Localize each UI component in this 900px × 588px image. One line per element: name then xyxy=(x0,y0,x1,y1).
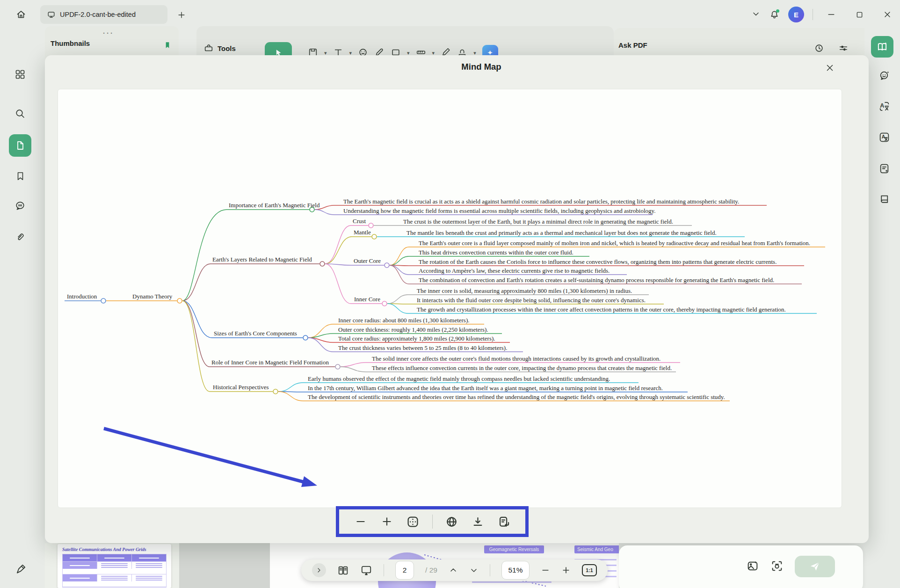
ai-summary-button[interactable] xyxy=(874,159,894,178)
divider xyxy=(813,9,813,20)
chevron-down-icon xyxy=(751,9,761,19)
minus-icon xyxy=(355,515,367,528)
mindmap-modal: Mind Map xyxy=(45,55,869,543)
canvas-gutter xyxy=(179,543,270,588)
ai-chat-button[interactable] xyxy=(874,65,894,85)
download-button[interactable] xyxy=(471,515,485,529)
regenerate-export-button[interactable] xyxy=(497,515,511,529)
translate-page-button[interactable]: A xyxy=(874,127,894,147)
avatar[interactable]: E xyxy=(788,7,804,22)
ask-pdf-input-card[interactable] xyxy=(619,545,863,588)
doc-sparkle-icon xyxy=(878,163,890,174)
doc-return-arrow-icon xyxy=(498,515,510,528)
screenshot-button[interactable] xyxy=(770,559,784,574)
thumbnail-table xyxy=(62,554,167,588)
minimize-icon xyxy=(827,10,836,19)
plus-icon xyxy=(177,10,186,20)
two-page-icon xyxy=(337,565,349,576)
presentation-mode-button[interactable] xyxy=(360,564,372,576)
zoom-in-button[interactable] xyxy=(561,566,571,575)
attachments-button[interactable] xyxy=(10,227,30,247)
minimize-button[interactable] xyxy=(821,6,841,23)
modal-close-button[interactable] xyxy=(821,59,839,77)
expand-panel-button[interactable] xyxy=(312,563,326,577)
zoom-level-input[interactable]: 51% xyxy=(501,561,530,580)
new-tab-button[interactable] xyxy=(174,7,189,22)
notification-dot xyxy=(776,9,779,13)
book-panel-icon xyxy=(878,194,890,205)
divider xyxy=(490,564,490,576)
page-number-input[interactable]: 2 xyxy=(395,561,414,580)
document-tab[interactable]: UPDF-2.0-cant-be-edited xyxy=(40,5,167,24)
zoom-out-button[interactable] xyxy=(541,566,550,575)
translate-button[interactable]: A xyxy=(874,96,894,116)
pen-nib-icon xyxy=(15,563,27,575)
fit-to-screen-button[interactable] xyxy=(406,515,420,529)
notifications-button[interactable] xyxy=(769,9,780,20)
camera-capture-icon xyxy=(770,559,784,573)
fit-screen-icon xyxy=(406,515,419,528)
thumbnails-panel-title: Thumbnails xyxy=(51,39,90,47)
download-icon xyxy=(472,515,484,528)
ai-reader-button[interactable] xyxy=(871,36,893,58)
send-icon xyxy=(809,560,821,573)
table-row xyxy=(63,554,166,562)
collapse-button[interactable] xyxy=(751,9,761,20)
divider xyxy=(384,564,384,576)
pin-icon[interactable] xyxy=(163,40,172,51)
panel-drag-handle[interactable]: ··· xyxy=(103,29,114,37)
tab-title: UPDF-2.0-cant-be-edited xyxy=(60,11,136,18)
maximize-button[interactable] xyxy=(849,6,869,23)
chevron-up-icon xyxy=(449,566,458,575)
chevron-down-icon xyxy=(469,566,479,575)
translate-icon: A xyxy=(878,101,890,112)
divider xyxy=(432,515,433,529)
pages-panel-button[interactable] xyxy=(9,134,31,157)
home-icon xyxy=(15,9,27,20)
image-sparkle-icon xyxy=(746,559,759,573)
tools-menu[interactable]: Tools xyxy=(203,43,236,53)
signature-pen-button[interactable] xyxy=(12,559,30,578)
page-navigation-bar: 2 / 29 51% 1:1 xyxy=(301,559,608,581)
bookmarks-button[interactable] xyxy=(10,166,30,186)
table-row xyxy=(63,574,166,587)
grid-icon xyxy=(15,69,26,80)
previous-page-button[interactable] xyxy=(449,566,458,575)
settings-sliders-icon[interactable] xyxy=(838,43,849,53)
globe-icon xyxy=(445,515,458,528)
plus-icon xyxy=(561,566,571,575)
thumbnail-page-title: Satellite Communications And Power Grids xyxy=(62,547,167,552)
svg-text:A: A xyxy=(881,134,885,139)
home-button[interactable] xyxy=(11,5,31,24)
apps-grid-button[interactable] xyxy=(10,65,30,84)
document-icon xyxy=(15,140,26,151)
page-thumbnail[interactable]: Satellite Communications And Power Grids xyxy=(58,544,171,588)
modal-title: Mind Map xyxy=(435,62,528,72)
right-sidebar: A A xyxy=(869,0,900,588)
tools-icon xyxy=(203,43,214,53)
two-page-view-button[interactable] xyxy=(337,565,349,576)
actual-size-button[interactable]: 1:1 xyxy=(582,564,597,576)
section-badge: Geomagnetic Reversals xyxy=(484,545,544,553)
monitor-icon xyxy=(47,10,56,19)
language-button[interactable] xyxy=(445,515,459,529)
app-window: UPDF-2.0-cant-be-edited E xyxy=(0,0,900,588)
mindmap-canvas[interactable] xyxy=(58,89,842,508)
tools-label: Tools xyxy=(218,44,236,52)
mindmap-zoom-out-button[interactable] xyxy=(354,515,368,529)
annotation-highlight-box xyxy=(336,506,529,537)
paperclip-icon xyxy=(15,231,26,242)
next-page-button[interactable] xyxy=(469,566,479,575)
comments-button[interactable] xyxy=(10,196,30,216)
mindmap-zoom-in-button[interactable] xyxy=(380,515,394,529)
chat-smiley-sparkle-icon xyxy=(878,70,890,81)
ask-pdf-title: Ask PDF xyxy=(618,41,647,49)
close-icon xyxy=(825,63,835,73)
titlebar: UPDF-2.0-cant-be-edited E xyxy=(0,0,900,29)
add-image-button[interactable] xyxy=(746,559,759,574)
reading-panel-button[interactable] xyxy=(874,189,894,209)
send-button[interactable] xyxy=(795,556,835,577)
search-button[interactable] xyxy=(10,104,30,123)
section-badge: Seismic And Geo xyxy=(574,545,619,553)
history-clock-icon[interactable] xyxy=(814,43,824,53)
